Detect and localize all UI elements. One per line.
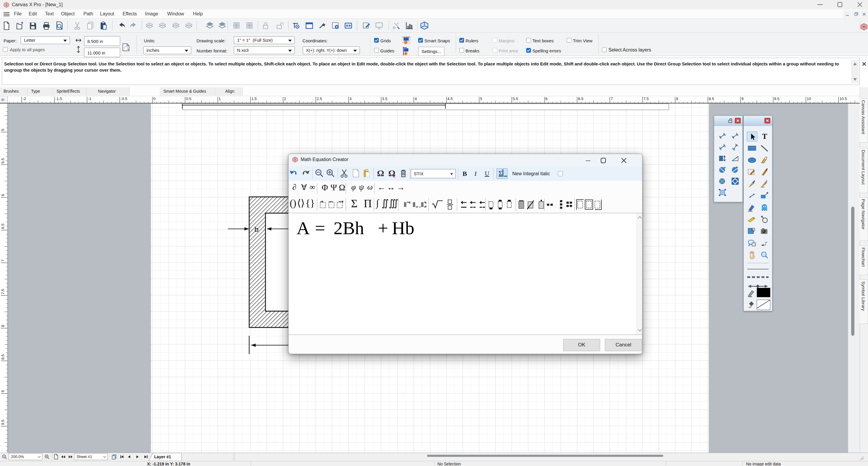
- svg-text:Ω: Ω: [377, 168, 384, 178]
- svg-text:5: 5: [480, 96, 482, 101]
- svg-text:9.5: 9.5: [774, 96, 779, 101]
- svg-text:5.5: 5.5: [1, 158, 5, 164]
- svg-text:8.5: 8.5: [1, 354, 5, 360]
- svg-text:7.5: 7.5: [643, 96, 649, 101]
- svg-text:0: 0: [153, 96, 155, 101]
- svg-text:-2: -2: [23, 96, 26, 101]
- svg-text:5: 5: [1, 129, 5, 131]
- svg-text:3.5: 3.5: [382, 96, 388, 101]
- svg-text:-1.5: -1.5: [55, 96, 62, 101]
- svg-text:6.5: 6.5: [578, 96, 583, 101]
- svg-text:8: 8: [1, 325, 5, 327]
- svg-text:4: 4: [414, 96, 417, 101]
- svg-text:b: b: [254, 225, 258, 233]
- svg-text:-0.5: -0.5: [121, 96, 127, 101]
- svg-text:Layer #1: Layer #1: [154, 455, 171, 459]
- svg-text:3: 3: [349, 96, 351, 101]
- svg-text:8.5: 8.5: [709, 96, 714, 101]
- svg-text:2: 2: [393, 173, 395, 178]
- svg-text:8: 8: [676, 96, 678, 101]
- svg-text:7: 7: [1, 259, 5, 261]
- svg-text:α: α: [736, 156, 737, 159]
- svg-text:0.5: 0.5: [186, 96, 191, 101]
- svg-text:in: in: [1, 98, 4, 102]
- svg-text:10: 10: [807, 96, 811, 101]
- svg-text:2.5: 2.5: [317, 96, 322, 101]
- svg-text:6: 6: [1, 194, 5, 196]
- svg-text:-1: -1: [88, 96, 91, 101]
- svg-text:5.5: 5.5: [513, 96, 518, 101]
- svg-text:T: T: [762, 132, 767, 141]
- svg-text:9.5: 9.5: [1, 420, 5, 425]
- svg-text:4.5: 4.5: [447, 96, 453, 101]
- svg-text:10.5: 10.5: [839, 96, 847, 101]
- svg-text:7: 7: [611, 96, 613, 101]
- svg-text:6.5: 6.5: [1, 224, 5, 229]
- svg-text:9: 9: [741, 96, 743, 101]
- svg-text:1: 1: [219, 96, 221, 101]
- svg-text:6: 6: [546, 96, 548, 101]
- svg-text:7.5: 7.5: [1, 289, 5, 294]
- svg-text:9: 9: [1, 390, 5, 392]
- svg-text:2: 2: [284, 96, 286, 101]
- svg-text:1.5: 1.5: [251, 96, 256, 101]
